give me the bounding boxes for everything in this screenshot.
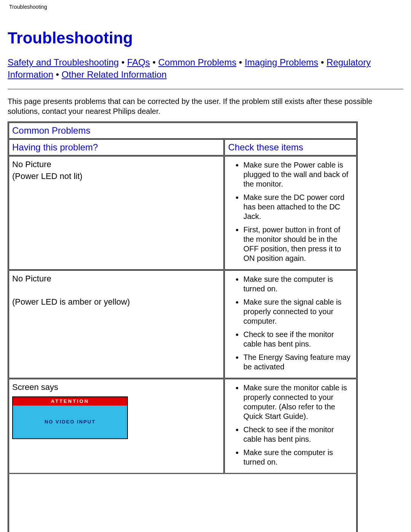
check-item: The Energy Saving feature may be activat… (243, 353, 352, 372)
check-item: First, power button in front of the moni… (243, 225, 352, 263)
nav-separator: • (239, 57, 242, 67)
nav-separator: • (119, 57, 127, 67)
troubleshooting-table: Common Problems Having this problem? Che… (8, 121, 358, 532)
problem-cell: No Picture (Power LED is amber or yellow… (9, 270, 224, 378)
window-header-title: Troubleshooting (0, 0, 411, 10)
attention-body: NO VIDEO INPUT (13, 406, 127, 438)
page-heading: Troubleshooting (8, 29, 403, 47)
nav-separator: • (150, 57, 158, 67)
link-imaging-problems[interactable]: Imaging Problems (245, 57, 318, 67)
table-row (9, 474, 357, 532)
check-item: Make sure the Power cable is plugged to … (243, 160, 352, 189)
check-cell: Make sure the computer is turned on. Mak… (225, 270, 357, 378)
problem-line: (Power LED is amber or yellow) (12, 297, 130, 307)
table-row: No Picture (Power LED is amber or yellow… (9, 270, 357, 378)
attention-title: ATTENTION (13, 397, 127, 406)
divider (8, 89, 403, 89)
table-section-title: Common Problems (9, 123, 357, 139)
table-row: No Picture (Power LED not lit) Make sure… (9, 156, 357, 270)
intro-text: This page presents problems that can be … (8, 96, 403, 116)
problem-line: Screen says (12, 382, 58, 392)
check-item: Make sure the monitor cable is properly … (243, 383, 352, 421)
column-header-problem: Having this problem? (9, 139, 224, 155)
page-content: Troubleshooting Safety and Troubleshooti… (0, 10, 411, 532)
nav-separator: • (318, 57, 327, 67)
link-common-problems[interactable]: Common Problems (158, 57, 236, 67)
attention-box: ATTENTION NO VIDEO INPUT (12, 396, 128, 439)
link-other-related-information[interactable]: Other Related Information (62, 69, 167, 80)
check-item: Check to see if the monitor cable has be… (243, 330, 352, 349)
nav-separator: • (53, 69, 62, 80)
table-row: Screen says ATTENTION NO VIDEO INPUT Mak… (9, 379, 357, 473)
problem-line: (Power LED not lit) (12, 171, 83, 181)
nav-links: Safety and Troubleshooting • FAQs • Comm… (8, 56, 403, 81)
column-header-check: Check these items (225, 139, 357, 155)
check-item: Make sure the DC power cord has been att… (243, 193, 352, 221)
check-cell: Make sure the monitor cable is properly … (225, 379, 357, 473)
link-faqs[interactable]: FAQs (127, 57, 150, 67)
check-item: Make sure the signal cable is properly c… (243, 297, 352, 326)
spacer-cell (9, 474, 357, 532)
problem-line: No Picture (12, 160, 51, 169)
check-item: Make sure the computer is turned on. (243, 448, 352, 467)
problem-cell: Screen says ATTENTION NO VIDEO INPUT (9, 379, 224, 473)
problem-line: No Picture (12, 274, 51, 283)
check-cell: Make sure the Power cable is plugged to … (225, 156, 357, 270)
link-safety-troubleshooting[interactable]: Safety and Troubleshooting (8, 57, 119, 67)
check-item: Make sure the computer is turned on. (243, 275, 352, 294)
problem-cell: No Picture (Power LED not lit) (9, 156, 224, 270)
check-item: Check to see if the monitor cable has be… (243, 425, 352, 444)
